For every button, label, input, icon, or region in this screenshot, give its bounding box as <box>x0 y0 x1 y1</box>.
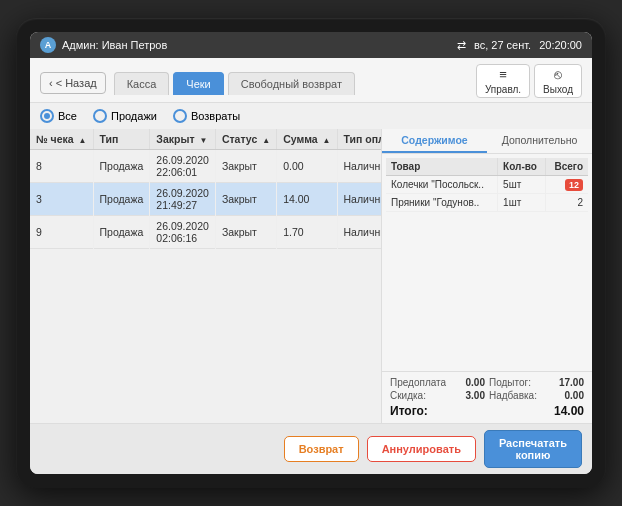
col-amount[interactable]: Сумма ▲ <box>277 129 337 150</box>
wifi-icon: ⇄ <box>457 39 466 52</box>
item-total: 12 <box>546 176 588 194</box>
main-split: № чека ▲ Тип Закрыт ▼ <box>30 129 592 423</box>
right-tabs: Содержимое Дополнительно <box>382 129 592 154</box>
receipts-table: № чека ▲ Тип Закрыт ▼ <box>30 129 381 249</box>
topbar-right: ⇄ вс, 27 сент. 20:20:00 <box>457 39 582 52</box>
summary-grid: Предоплата 0.00 Подытог: 17.00 Скидка: 3… <box>390 377 584 401</box>
col-type[interactable]: Тип <box>93 129 150 150</box>
right-panel: Содержимое Дополнительно Товар Кол-во <box>382 129 592 423</box>
item-total: 2 <box>546 194 588 212</box>
cell-status: Закрыт <box>215 183 276 216</box>
items-table: Товар Кол-во Всего Колечки "Посольск.. 5… <box>386 158 588 212</box>
content: Все Продажи Возвраты <box>30 103 592 423</box>
prepayment-value: 0.00 <box>466 377 485 388</box>
cell-status: Закрыт <box>215 216 276 249</box>
tab-kassa[interactable]: Касса <box>114 72 170 95</box>
filter-all[interactable]: Все <box>40 109 77 123</box>
tab-contents[interactable]: Содержимое <box>382 129 487 153</box>
sort-closed-icon: ▼ <box>199 136 207 145</box>
filter-all-label: Все <box>58 110 77 122</box>
cell-type: Продажа <box>93 150 150 183</box>
print-copy-button[interactable]: Распечатать копию <box>484 430 582 468</box>
table-container[interactable]: № чека ▲ Тип Закрыт ▼ <box>30 129 381 423</box>
cancel-button[interactable]: Аннулировать <box>367 436 476 462</box>
radio-returns-circle <box>173 109 187 123</box>
cell-closed: 26.09.2020 21:49:27 <box>150 183 216 216</box>
list-item[interactable]: Пряники "Годунов.. 1шт 2 <box>386 194 588 212</box>
cell-amount: 14.00 <box>277 183 337 216</box>
summary-podpitie: Подытог: 17.00 <box>489 377 584 388</box>
radio-all-circle <box>40 109 54 123</box>
cell-status: Закрыт <box>215 150 276 183</box>
list-item[interactable]: Колечки "Посольск.. 5шт 12 <box>386 176 588 194</box>
filter-returns[interactable]: Возвраты <box>173 109 240 123</box>
prepayment-label: Предоплата <box>390 377 446 388</box>
filter-returns-label: Возвраты <box>191 110 240 122</box>
total-badge: 12 <box>565 179 583 191</box>
table-row[interactable]: 3 Продажа 26.09.2020 21:49:27 Закрыт 14.… <box>30 183 381 216</box>
tab-additional[interactable]: Дополнительно <box>487 129 592 153</box>
exit-icon: ⎋ <box>554 67 562 82</box>
col-item-total: Всего <box>546 158 588 176</box>
discount-label: Скидка: <box>390 390 426 401</box>
item-name: Пряники "Годунов.. <box>386 194 498 212</box>
item-name: Колечки "Посольск.. <box>386 176 498 194</box>
exit-button[interactable]: ⎋ Выход <box>534 64 582 98</box>
summary-prepayment: Предоплата 0.00 <box>390 377 485 388</box>
cell-payment: Наличные: 0.00 <box>337 150 381 183</box>
screen: А Админ: Иван Петров ⇄ вс, 27 сент. 20:2… <box>30 32 592 474</box>
manage-button[interactable]: ≡ Управл. <box>476 64 530 98</box>
item-qty: 5шт <box>498 176 546 194</box>
sort-amount-icon: ▲ <box>323 136 331 145</box>
filter-sales[interactable]: Продажи <box>93 109 157 123</box>
item-qty: 1шт <box>498 194 546 212</box>
back-label: < Назад <box>56 77 97 89</box>
col-number[interactable]: № чека ▲ <box>30 129 93 150</box>
cell-payment: Наличные: 14.00 <box>337 183 381 216</box>
col-item-qty: Кол-во <box>498 158 546 176</box>
manage-label: Управл. <box>485 84 521 95</box>
filter-row: Все Продажи Возвраты <box>30 103 592 129</box>
topbar: А Админ: Иван Петров ⇄ вс, 27 сент. 20:2… <box>30 32 592 58</box>
right-content: Товар Кол-во Всего Колечки "Посольск.. 5… <box>382 154 592 371</box>
col-payment[interactable]: Тип оплаты <box>337 129 381 150</box>
radio-sales-circle <box>93 109 107 123</box>
summary-nadbavka: Надбавка: 0.00 <box>489 390 584 401</box>
discount-value: 3.00 <box>466 390 485 401</box>
col-closed[interactable]: Закрыт ▼ <box>150 129 216 150</box>
nadbavka-value: 0.00 <box>565 390 584 401</box>
cell-id: 3 <box>30 183 93 216</box>
tab-vozvrat[interactable]: Свободный возврат <box>228 72 355 95</box>
topbar-left: А Админ: Иван Петров <box>40 37 167 53</box>
admin-icon: А <box>40 37 56 53</box>
back-icon: ‹ <box>49 77 53 89</box>
sort-status-icon: ▲ <box>262 136 270 145</box>
col-status[interactable]: Статус ▲ <box>215 129 276 150</box>
cell-payment: Наличные: 1.70 <box>337 216 381 249</box>
table-row[interactable]: 9 Продажа 26.09.2020 02:06:16 Закрыт 1.7… <box>30 216 381 249</box>
user-label: Админ: Иван Петров <box>62 39 167 51</box>
sort-number-icon: ▲ <box>79 136 87 145</box>
table-row[interactable]: 8 Продажа 26.09.2020 22:06:01 Закрыт 0.0… <box>30 150 381 183</box>
table-section: № чека ▲ Тип Закрыт ▼ <box>30 129 382 423</box>
nav-area: ‹ < Назад Касса Чеки Свободный возврат ≡… <box>30 58 592 103</box>
cell-amount: 1.70 <box>277 216 337 249</box>
podpitie-value: 17.00 <box>559 377 584 388</box>
date-label: вс, 27 сент. <box>474 39 531 51</box>
cell-closed: 26.09.2020 02:06:16 <box>150 216 216 249</box>
podpitie-label: Подытог: <box>489 377 531 388</box>
cell-id: 8 <box>30 150 93 183</box>
cell-type: Продажа <box>93 183 150 216</box>
cell-amount: 0.00 <box>277 150 337 183</box>
cell-type: Продажа <box>93 216 150 249</box>
menu-icon: ≡ <box>499 67 507 82</box>
col-item-name: Товар <box>386 158 498 176</box>
back-button[interactable]: ‹ < Назад <box>40 72 106 94</box>
nadbavka-label: Надбавка: <box>489 390 537 401</box>
tab-cheki[interactable]: Чеки <box>173 72 223 95</box>
return-button[interactable]: Возврат <box>284 436 359 462</box>
total-value: 14.00 <box>554 404 584 418</box>
summary-area: Предоплата 0.00 Подытог: 17.00 Скидка: 3… <box>382 371 592 423</box>
exit-label: Выход <box>543 84 573 95</box>
device-frame: А Админ: Иван Петров ⇄ вс, 27 сент. 20:2… <box>16 18 606 488</box>
